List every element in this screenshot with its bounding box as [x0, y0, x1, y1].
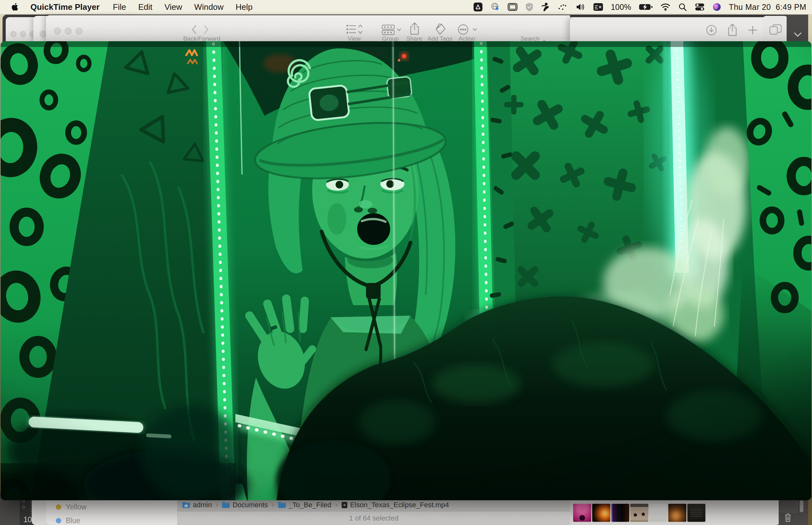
blue-tag-dot — [56, 518, 61, 523]
action-icon[interactable] — [457, 24, 477, 35]
quicktime-video-window[interactable] — [1, 41, 811, 500]
tab-overview-icon[interactable] — [769, 24, 782, 35]
thumb-people-room[interactable] — [630, 504, 648, 522]
forward-icon[interactable] — [203, 25, 209, 34]
sidebar-tag-blue[interactable]: Blue — [56, 516, 80, 525]
finder-window-bottom: Yellow Blue admin › Documents › _To_Be_F… — [46, 499, 570, 525]
video-frame-green-mirror-scene — [1, 41, 811, 500]
thumb-event-poster[interactable] — [687, 504, 705, 522]
downloads-icon[interactable] — [706, 25, 717, 36]
path-item-file[interactable]: Elson_Texas_Eclipse_Fest.mp4 — [341, 501, 449, 509]
share-icon[interactable] — [727, 24, 738, 37]
app-launcher-icon[interactable] — [473, 2, 483, 12]
new-tab-icon[interactable] — [748, 25, 758, 35]
battery-charging-icon — [639, 2, 653, 12]
battery-percent-label: 100% — [611, 2, 631, 12]
menu-item[interactable]: Help — [236, 2, 253, 12]
close-button[interactable] — [40, 30, 47, 38]
path-item-to-be-filed[interactable]: _To_Be_Filed — [278, 501, 331, 509]
wifi-icon[interactable] — [660, 2, 671, 12]
thumb-purple-stage[interactable] — [611, 504, 629, 522]
ruler-label: 0 — [22, 505, 25, 510]
zoom-button[interactable] — [75, 28, 82, 34]
window-manager-icon[interactable] — [593, 2, 603, 12]
spotlight-search-icon[interactable] — [678, 2, 687, 12]
yellow-tag-dot — [56, 505, 61, 510]
sidebar-tag-yellow[interactable]: Yellow — [56, 503, 87, 511]
minimize-button[interactable] — [65, 28, 72, 34]
selection-status-text: 1 of 64 selected — [349, 514, 399, 523]
globe-download-icon[interactable] — [491, 2, 500, 12]
path-bar: admin › Documents › _To_Be_Filed › Elson… — [178, 499, 570, 511]
finder-window-toolbar: Back/Forward Searching “This Mac” View G… — [46, 15, 570, 43]
scrollbar-thumb[interactable] — [800, 500, 803, 512]
media-file-icon — [341, 501, 348, 509]
dots-status-icon[interactable] — [558, 2, 568, 12]
path-separator: › — [272, 501, 274, 509]
view-icon[interactable] — [346, 24, 363, 35]
path-separator: › — [216, 501, 218, 509]
path-item-admin[interactable]: admin — [182, 501, 212, 509]
agent-figure-icon[interactable] — [541, 2, 550, 12]
path-item-documents[interactable]: Documents — [222, 501, 268, 509]
app-menus: File Edit View Window Help — [113, 2, 253, 12]
thumb-faded-outdoor[interactable] — [649, 504, 667, 522]
background-window-3 — [763, 16, 787, 43]
status-bar: 1 of 64 selected — [178, 511, 570, 525]
dark-panel — [780, 499, 798, 513]
shield-check-icon[interactable] — [525, 2, 533, 12]
share-icon[interactable] — [409, 22, 420, 35]
close-button[interactable] — [11, 31, 16, 37]
chevron-down-icon[interactable] — [794, 32, 801, 37]
siri-icon[interactable] — [712, 2, 721, 12]
background-browser-toolbar — [570, 17, 765, 43]
volume-icon[interactable] — [575, 2, 586, 12]
back-icon[interactable] — [191, 25, 197, 34]
background-finder-icon-view — [570, 499, 780, 525]
group-icon[interactable] — [381, 24, 401, 35]
apple-menu-icon[interactable] — [11, 2, 19, 12]
menu-bar: QuickTime Player File Edit View Window H… — [0, 0, 812, 14]
display-window-icon[interactable] — [508, 2, 518, 12]
menu-item[interactable]: View — [164, 2, 182, 12]
close-button[interactable] — [54, 28, 61, 34]
home-folder-icon — [182, 501, 190, 509]
tag-label: Blue — [66, 516, 80, 525]
trash-icon[interactable] — [784, 513, 792, 522]
finder-sidebar: Yellow Blue — [46, 499, 178, 525]
background-dark-window-right — [787, 15, 808, 43]
path-separator: › — [335, 501, 337, 509]
thumb-magenta-crowd[interactable] — [573, 504, 591, 522]
folder-icon — [222, 501, 230, 509]
tag-label: Yellow — [66, 503, 87, 511]
menu-bar-clock[interactable]: Thu Mar 20 6:49 PM — [729, 2, 806, 12]
thumb-dinner-table[interactable] — [668, 504, 687, 522]
control-center-icon[interactable] — [695, 2, 705, 12]
menu-item[interactable]: Window — [194, 2, 223, 12]
active-app-name[interactable]: QuickTime Player — [30, 2, 100, 12]
menu-item[interactable]: File — [113, 2, 126, 12]
thumb-fire-night[interactable] — [592, 504, 610, 522]
menu-item[interactable]: Edit — [138, 2, 153, 12]
add-tags-icon[interactable] — [435, 23, 446, 35]
folder-icon — [278, 501, 286, 509]
minimize-button[interactable] — [20, 31, 26, 37]
background-dark-window-bottom — [779, 499, 808, 525]
